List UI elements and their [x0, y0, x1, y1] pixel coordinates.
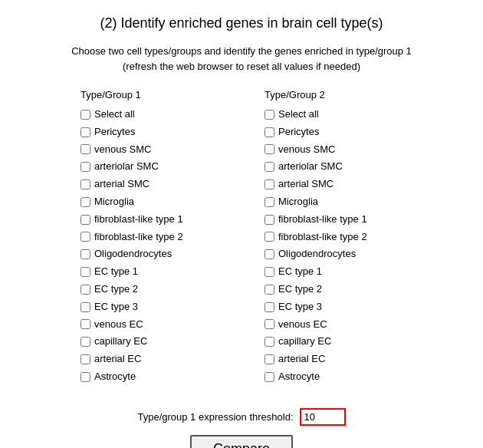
list-item: Microglia [80, 194, 219, 210]
group2-label-5: Microglia [278, 194, 318, 210]
subtitle: Choose two cell types/groups and identif… [15, 44, 468, 74]
group2-label-2: venous SMC [278, 142, 335, 158]
group1-label-8: Oligodendrocytes [94, 246, 172, 262]
list-item: EC type 2 [264, 282, 402, 298]
group1-checkbox-5[interactable] [80, 197, 90, 207]
group2-label-14: arterial EC [278, 351, 325, 367]
list-item: Microglia [264, 194, 402, 210]
list-item: arteriolar SMC [264, 159, 402, 175]
group1-label-1: Pericytes [94, 124, 135, 140]
group2-checkbox-7[interactable] [264, 232, 274, 242]
list-item: venous SMC [80, 142, 219, 158]
group1-checkbox-10[interactable] [80, 285, 90, 295]
group1-checkbox-13[interactable] [80, 337, 90, 347]
group2-checkbox-9[interactable] [264, 267, 274, 277]
group1-label-2: venous SMC [94, 142, 151, 158]
threshold-input[interactable] [300, 408, 346, 426]
compare-button[interactable]: Compare [190, 435, 293, 448]
group2-checkbox-8[interactable] [264, 249, 274, 259]
group1-checkbox-9[interactable] [80, 267, 90, 277]
group1-header: Type/Group 1 [80, 89, 219, 100]
list-item: arteriolar SMC [80, 159, 219, 175]
group1-label-11: EC type 3 [94, 299, 138, 315]
group2-header: Type/Group 2 [264, 89, 402, 100]
group1-label-12: venous EC [94, 317, 143, 333]
columns-container: Type/Group 1 Select allPericytesvenous S… [15, 89, 468, 385]
group1-label-13: capillary EC [94, 334, 147, 350]
group2-checkbox-1[interactable] [264, 127, 274, 137]
page-title: (2) Identify enriched genes in brain cel… [15, 15, 468, 31]
group2-checkbox-11[interactable] [264, 302, 274, 312]
group1-checkbox-7[interactable] [80, 232, 90, 242]
group2-checkbox-14[interactable] [264, 354, 274, 364]
group1-checkbox-4[interactable] [80, 180, 90, 189]
list-item: Select all [80, 107, 219, 123]
list-item: fibroblast-like type 1 [80, 212, 219, 228]
group1-checkbox-3[interactable] [80, 162, 90, 172]
group1-label-7: fibroblast-like type 2 [94, 229, 183, 245]
group1-label-10: EC type 2 [94, 282, 138, 298]
group1-column: Type/Group 1 Select allPericytesvenous S… [80, 89, 219, 385]
list-item: fibroblast-like type 1 [264, 212, 402, 228]
list-item: EC type 3 [80, 299, 219, 315]
group2-label-0: Select all [278, 107, 319, 123]
list-item: arterial EC [80, 351, 219, 367]
list-item: capillary EC [80, 334, 219, 350]
group1-label-9: EC type 1 [94, 264, 138, 280]
group1-checkbox-1[interactable] [80, 127, 90, 137]
group2-checkbox-10[interactable] [264, 285, 274, 295]
threshold-label: Type/group 1 expression threshold: [137, 411, 293, 423]
list-item: Astrocyte [80, 369, 219, 385]
group1-label-0: Select all [94, 107, 135, 123]
group1-checkbox-14[interactable] [80, 354, 90, 364]
group2-label-13: capillary EC [278, 334, 331, 350]
list-item: arterial EC [264, 351, 402, 367]
group2-column: Type/Group 2 Select allPericytesvenous S… [264, 89, 402, 385]
group2-label-8: Oligodendrocytes [278, 246, 356, 262]
group1-checkbox-6[interactable] [80, 215, 90, 225]
list-item: EC type 1 [264, 264, 402, 280]
group1-checkbox-8[interactable] [80, 249, 90, 259]
list-item: fibroblast-like type 2 [80, 229, 219, 245]
group1-checkbox-2[interactable] [80, 144, 90, 154]
group2-checkbox-2[interactable] [264, 144, 274, 154]
list-item: Pericytes [264, 124, 402, 140]
group2-checkbox-6[interactable] [264, 215, 274, 225]
list-item: Oligodendrocytes [80, 246, 219, 262]
group1-label-3: arteriolar SMC [94, 159, 159, 175]
list-item: Astrocyte [264, 369, 402, 385]
group1-checkbox-0[interactable] [80, 110, 90, 120]
group1-label-5: Microglia [94, 194, 134, 210]
list-item: EC type 1 [80, 264, 219, 280]
group2-label-1: Pericytes [278, 124, 319, 140]
group2-label-7: fibroblast-like type 2 [278, 229, 367, 245]
list-item: Oligodendrocytes [264, 246, 402, 262]
group1-label-6: fibroblast-like type 1 [94, 212, 183, 228]
list-item: venous SMC [264, 142, 402, 158]
list-item: Select all [264, 107, 402, 123]
group1-checkbox-12[interactable] [80, 319, 90, 329]
list-item: capillary EC [264, 334, 402, 350]
group2-checkbox-4[interactable] [264, 180, 274, 189]
group2-checkbox-0[interactable] [264, 110, 274, 120]
group2-label-9: EC type 1 [278, 264, 322, 280]
group2-checkbox-12[interactable] [264, 319, 274, 329]
group1-label-4: arterial SMC [94, 176, 150, 193]
group2-label-10: EC type 2 [278, 282, 322, 298]
group2-checkbox-5[interactable] [264, 197, 274, 207]
group1-checkbox-15[interactable] [80, 372, 90, 382]
group2-label-6: fibroblast-like type 1 [278, 212, 367, 228]
group2-label-3: arteriolar SMC [278, 159, 343, 175]
group2-checkbox-15[interactable] [264, 372, 274, 382]
list-item: fibroblast-like type 2 [264, 229, 402, 245]
list-item: EC type 2 [80, 282, 219, 298]
group2-checkbox-13[interactable] [264, 337, 274, 347]
group1-checkbox-11[interactable] [80, 302, 90, 312]
group2-label-15: Astrocyte [278, 369, 320, 385]
group2-label-12: venous EC [278, 317, 327, 333]
list-item: EC type 3 [264, 299, 402, 315]
threshold-row: Type/group 1 expression threshold: [15, 408, 468, 426]
group2-label-11: EC type 3 [278, 299, 322, 315]
group2-checkbox-3[interactable] [264, 162, 274, 172]
group1-label-14: arterial EC [94, 351, 141, 367]
